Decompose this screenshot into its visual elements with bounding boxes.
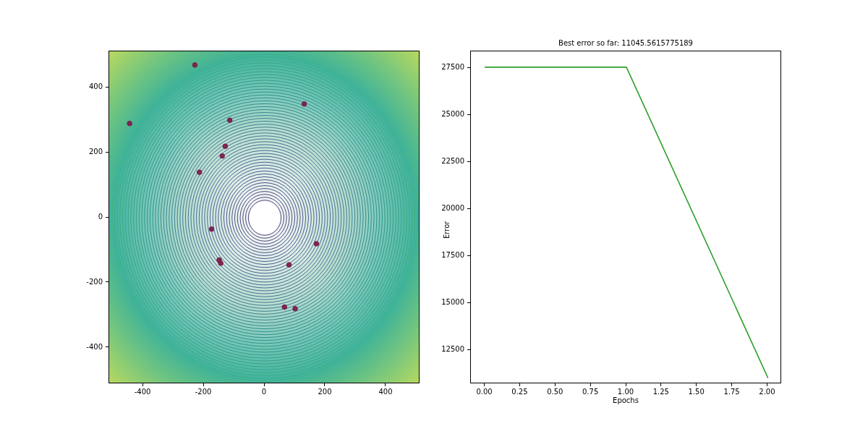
error-plot-xlabel: Epochs <box>470 396 781 404</box>
contour-plot-axes: -400-2000200400 -400-2000200400 <box>109 51 420 383</box>
ytick-label: 15000 <box>435 298 464 306</box>
ytick-label: 27500 <box>435 63 464 71</box>
xtick-label: 0.00 <box>470 388 499 396</box>
xtick-label: 0.50 <box>540 388 569 396</box>
svg-point-83 <box>192 63 197 68</box>
xtick-label: 0.25 <box>505 388 534 396</box>
svg-point-94 <box>286 263 292 268</box>
svg-point-85 <box>227 118 232 123</box>
contour-plot-svg <box>109 51 420 383</box>
xtick-label: 400 <box>371 388 400 396</box>
ytick-mark <box>106 346 109 347</box>
svg-point-91 <box>314 242 319 247</box>
xtick-label: 1.75 <box>718 388 746 396</box>
svg-point-87 <box>223 144 228 149</box>
ytick-mark <box>106 281 109 282</box>
ytick-mark <box>106 152 109 153</box>
xtick-mark <box>590 383 591 386</box>
ytick-label: -200 <box>74 278 103 286</box>
ytick-label: 400 <box>74 82 103 90</box>
svg-point-95 <box>282 305 287 310</box>
svg-point-89 <box>197 170 202 175</box>
svg-point-88 <box>220 153 225 158</box>
xtick-label: -200 <box>189 388 218 396</box>
svg-point-93 <box>218 261 224 266</box>
xtick-label: 1.00 <box>611 388 640 396</box>
ytick-mark <box>467 114 470 115</box>
xtick-mark <box>767 383 767 386</box>
svg-point-90 <box>209 226 214 231</box>
error-plot-svg <box>471 51 781 383</box>
ytick-label: 25000 <box>435 110 464 118</box>
ytick-mark <box>106 87 109 88</box>
ytick-label: 12500 <box>435 345 464 353</box>
xtick-mark <box>696 383 697 386</box>
xtick-mark <box>660 383 661 386</box>
xtick-label: 0.75 <box>576 388 605 396</box>
svg-point-86 <box>302 101 307 106</box>
ytick-mark <box>467 255 470 256</box>
ytick-label: -400 <box>74 343 103 351</box>
xtick-label: 200 <box>310 388 339 396</box>
ytick-mark <box>467 161 470 162</box>
ytick-mark <box>467 302 470 303</box>
xtick-label: 1.25 <box>647 388 676 396</box>
ytick-label: 0 <box>74 213 103 221</box>
error-plot-ylabel: Error <box>443 221 451 239</box>
error-plot-axes: 0.000.250.500.751.001.251.501.752.00 125… <box>470 51 781 383</box>
contour-plot-frame <box>109 51 420 383</box>
ytick-mark <box>467 208 470 209</box>
error-plot-title: Best error so far: 11045.5615775189 <box>470 39 781 47</box>
xtick-mark <box>264 383 265 386</box>
ytick-mark <box>467 67 470 68</box>
ytick-mark <box>106 217 109 218</box>
xtick-mark <box>555 383 556 386</box>
xtick-label: 2.00 <box>752 388 781 396</box>
svg-point-82 <box>250 202 280 234</box>
xtick-label: 1.50 <box>682 388 711 396</box>
ytick-label: 17500 <box>435 251 464 259</box>
ytick-label: 22500 <box>435 157 464 165</box>
xtick-mark <box>324 383 325 386</box>
figure: -400-2000200400 -400-2000200400 0.000.25… <box>0 0 868 434</box>
svg-point-96 <box>293 306 298 311</box>
error-plot-frame <box>470 51 781 383</box>
xtick-mark <box>203 383 204 386</box>
ytick-label: 200 <box>74 148 103 156</box>
xtick-mark <box>519 383 520 386</box>
xtick-mark <box>385 383 386 386</box>
xtick-mark <box>142 383 143 386</box>
svg-point-84 <box>127 121 132 126</box>
xtick-mark <box>731 383 732 386</box>
xtick-mark <box>484 383 485 386</box>
ytick-label: 20000 <box>435 204 464 212</box>
ytick-mark <box>467 349 470 350</box>
xtick-label: 0 <box>250 388 278 396</box>
xtick-label: -400 <box>128 388 157 396</box>
xtick-mark <box>626 383 626 386</box>
